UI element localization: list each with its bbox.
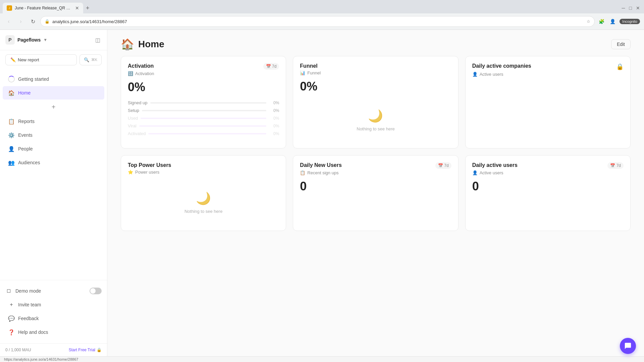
url-text: analytics.june.so/a/14631/home/28867 — [52, 19, 584, 24]
add-item-button[interactable]: + — [49, 102, 58, 112]
sidebar-item-feedback[interactable]: 💬 Feedback — [3, 312, 104, 325]
audiences-icon: 👥 — [8, 159, 15, 166]
daily-new-users-badge: 📅 7d — [435, 162, 451, 169]
sidebar-item-label-people: People — [18, 146, 33, 152]
refresh-button[interactable]: ↻ — [28, 17, 38, 26]
funnel-subtitle: 📊 Funnel — [300, 70, 451, 75]
tab-favicon: J — [7, 5, 12, 11]
mau-label: 0 / 1,000 MAU — [5, 348, 31, 352]
sidebar-item-people[interactable]: 👤 People — [3, 142, 104, 156]
row-bar — [141, 118, 266, 119]
sidebar-item-home[interactable]: 🏠 Home — [3, 86, 104, 100]
start-trial-button[interactable]: Start Free Trial 🔒 — [69, 348, 102, 352]
top-power-users-header: Top Power Users — [128, 162, 279, 168]
workspace-selector[interactable]: P Pageflows ▼ — [5, 35, 47, 45]
workspace-name: Pageflows — [17, 37, 41, 43]
daily-active-companies-title: Daily active companies — [472, 63, 531, 69]
sidebar-toggle-button[interactable]: ◫ — [94, 36, 102, 45]
app: P Pageflows ▼ ◫ ✏️ New report 🔍 ⌘K Ge — [0, 30, 644, 356]
sidebar-item-events[interactable]: ⚙️ Events — [3, 128, 104, 142]
sidebar-item-help-docs[interactable]: ❓ Help and docs — [3, 325, 104, 339]
minimize-button[interactable]: ─ — [621, 5, 627, 11]
close-window-button[interactable]: ✕ — [635, 5, 641, 11]
sidebar-item-label-reports: Reports — [18, 119, 35, 124]
add-section: + — [0, 100, 107, 114]
feedback-icon: 💬 — [8, 315, 15, 322]
reports-icon: 📋 — [8, 118, 15, 125]
lock-icon: 🔒 — [97, 348, 102, 352]
workspace-chevron-icon: ▼ — [43, 38, 47, 42]
top-power-users-subtitle-icon: ⭐ — [128, 170, 133, 175]
row-label: Signed up — [128, 100, 148, 105]
tab-close-button[interactable]: ✕ — [75, 5, 79, 11]
demo-mode-label: Demo mode — [15, 288, 41, 294]
workspace-icon: P — [5, 35, 15, 45]
sidebar-item-label-invite-team: Invite team — [18, 302, 41, 307]
browser-actions: 🧩 👤 Incognito — [597, 17, 640, 25]
sidebar-item-getting-started[interactable]: Getting started — [3, 72, 104, 86]
activation-subtitle-icon: 🔢 — [128, 71, 133, 76]
page-title: Home — [138, 39, 164, 50]
url-bar[interactable]: 🔒 analytics.june.so/a/14631/home/28867 ☆ — [40, 16, 595, 27]
row-label: Used — [128, 116, 138, 121]
profile-button[interactable]: 👤 — [608, 17, 617, 25]
top-power-users-subtitle: ⭐ Power users — [128, 170, 279, 175]
daily-new-users-header: Daily New Users 📅 7d — [300, 162, 451, 169]
search-button[interactable]: 🔍 ⌘K — [79, 54, 102, 65]
top-power-users-card: Top Power Users ⭐ Power users 🌙 Nothing … — [121, 155, 286, 231]
empty-state-icon: 🌙 — [196, 191, 211, 205]
funnel-subtitle-text: Funnel — [307, 70, 321, 75]
incognito-badge: Incognito — [620, 19, 640, 24]
sidebar-item-reports[interactable]: 📋 Reports — [3, 115, 104, 128]
main-header: 🏠 Home Edit — [107, 30, 644, 56]
daily-active-companies-subtitle-icon: 👤 — [472, 72, 478, 77]
row-bar — [150, 102, 267, 104]
daily-active-companies-subtitle-text: Active users — [480, 72, 503, 77]
browser-chrome: J June - Feature Release_QR Code... ✕ + … — [0, 0, 644, 30]
edit-button[interactable]: Edit — [611, 39, 631, 49]
extensions-button[interactable]: 🧩 — [597, 17, 606, 25]
daily-active-users-subtitle: 👤 Active users — [472, 170, 624, 175]
sidebar-item-invite-team[interactable]: + Invite team — [3, 298, 104, 311]
sidebar-item-audiences[interactable]: 👥 Audiences — [3, 156, 104, 169]
demo-mode-toggle[interactable] — [90, 288, 102, 294]
top-power-users-subtitle-text: Power users — [135, 170, 159, 175]
new-report-icon: ✏️ — [10, 57, 16, 62]
sidebar: P Pageflows ▼ ◫ ✏️ New report 🔍 ⌘K Ge — [0, 30, 107, 356]
status-bar: https://analytics.june.so/a/14631/home/2… — [0, 356, 644, 362]
row-label: Viral — [128, 123, 137, 128]
help-docs-icon: ❓ — [8, 329, 15, 336]
row-bar — [142, 110, 266, 111]
daily-active-companies-header: Daily active companies 🔒 — [472, 63, 624, 70]
forward-button[interactable]: › — [16, 17, 25, 26]
new-tab-button[interactable]: + — [83, 3, 92, 13]
table-row: Viral 0% — [128, 123, 279, 129]
top-power-users-empty-state: 🌙 Nothing to see here — [128, 181, 279, 224]
locked-content — [472, 81, 624, 128]
empty-state-text: Nothing to see here — [357, 126, 394, 131]
status-url: https://analytics.june.so/a/14631/home/2… — [4, 357, 78, 361]
daily-active-companies-subtitle: 👤 Active users — [472, 72, 624, 77]
dashboard-grid: Activation 📅 7d 🔢 Activation 0% Signed u… — [107, 56, 644, 244]
back-button[interactable]: ‹ — [4, 17, 13, 26]
new-report-button[interactable]: ✏️ New report — [5, 54, 77, 65]
activation-badge: 📅 7d — [263, 63, 279, 70]
sidebar-header: P Pageflows ▼ ◫ — [0, 30, 107, 50]
card-lock-icon: 🔒 — [616, 63, 624, 70]
daily-active-users-value: 0 — [472, 179, 624, 193]
maximize-button[interactable]: □ — [628, 5, 633, 11]
row-bar — [148, 133, 266, 134]
active-tab[interactable]: J June - Feature Release_QR Code... ✕ — [3, 3, 83, 13]
sidebar-item-label-getting-started: Getting started — [18, 76, 49, 82]
sidebar-bottom: □ Demo mode + Invite team 💬 Feedback ❓ H… — [0, 280, 107, 343]
funnel-value: 0% — [300, 79, 451, 94]
row-value: 0% — [269, 108, 279, 113]
activation-card: Activation 📅 7d 🔢 Activation 0% Signed u… — [121, 56, 286, 148]
chat-bubble-button[interactable] — [620, 338, 636, 354]
daily-new-users-subtitle-text: Recent sign ups — [307, 170, 338, 175]
tab-bar: J June - Feature Release_QR Code... ✕ + … — [0, 0, 644, 13]
table-row: Setup 0% — [128, 107, 279, 114]
daily-new-users-subtitle-icon: 📋 — [300, 170, 305, 175]
star-icon: ☆ — [587, 19, 590, 24]
row-value: 0% — [269, 131, 279, 136]
